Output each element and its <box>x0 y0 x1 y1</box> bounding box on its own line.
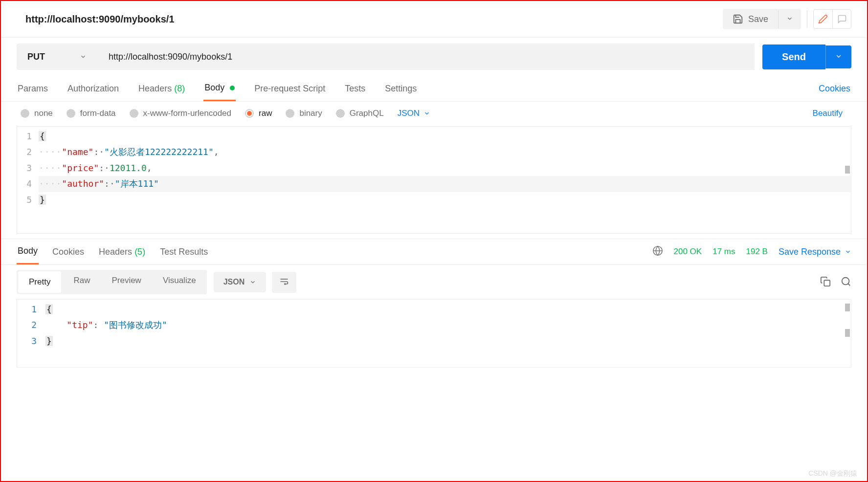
svg-rect-3 <box>824 280 830 286</box>
method-select[interactable]: PUT <box>17 44 97 70</box>
watermark: CSDN @金刚猿 <box>808 469 857 478</box>
tab-body[interactable]: Body <box>203 76 236 101</box>
body-raw[interactable]: raw <box>245 109 272 118</box>
editor-line: 3····"price":·12011.0, <box>17 160 851 176</box>
status-code: 200 OK <box>674 247 702 257</box>
body-binary[interactable]: binary <box>286 109 322 118</box>
method-label: PUT <box>27 52 45 62</box>
tab-headers[interactable]: Headers (8) <box>137 77 186 101</box>
tab-authorization[interactable]: Authorization <box>67 77 120 101</box>
save-dropdown[interactable] <box>778 10 801 28</box>
save-icon <box>733 14 743 24</box>
resp-tab-headers[interactable]: Headers (5) <box>98 240 146 264</box>
line-number: 4 <box>17 176 39 192</box>
cookies-link[interactable]: Cookies <box>818 77 851 101</box>
send-button[interactable]: Send <box>762 44 825 69</box>
line-content: ····"price":·12011.0, <box>39 160 851 176</box>
body-indicator-icon <box>230 86 235 90</box>
beautify-button[interactable]: Beautify <box>813 109 847 118</box>
line-number: 2 <box>17 317 45 333</box>
request-body-editor[interactable]: 1{2····"name":·"火影忍者122222222211",3····"… <box>17 126 851 234</box>
radio-icon <box>336 109 345 118</box>
status-time: 17 ms <box>712 247 735 257</box>
edit-button[interactable] <box>814 10 832 28</box>
svg-point-4 <box>842 277 849 285</box>
copy-button[interactable] <box>820 276 831 288</box>
mode-visualize[interactable]: Visualize <box>152 270 207 294</box>
editor-line: 5} <box>17 192 851 208</box>
body-graphql[interactable]: GraphQL <box>336 109 384 118</box>
editor-line: 4····"author":·"岸本111" <box>17 176 851 192</box>
wrap-lines-button[interactable] <box>272 272 296 293</box>
line-content: } <box>45 333 851 349</box>
request-title: http://localhost:9090/mybooks/1 <box>25 14 175 25</box>
tab-headers-label: Headers <box>138 84 172 93</box>
radio-icon <box>21 109 29 118</box>
chevron-down-icon <box>249 279 256 285</box>
mode-raw[interactable]: Raw <box>63 270 101 294</box>
line-content: } <box>39 192 851 208</box>
resp-tab-testresults[interactable]: Test Results <box>159 240 209 264</box>
chevron-down-icon <box>845 248 851 255</box>
wrap-icon <box>279 277 289 286</box>
radio-icon <box>130 109 138 118</box>
scrollbar-thumb[interactable] <box>845 304 850 311</box>
radio-icon <box>286 109 294 118</box>
line-content: ····"name":·"火影忍者122222222211", <box>39 144 851 160</box>
line-number: 3 <box>17 160 39 176</box>
line-number: 1 <box>17 302 45 317</box>
line-content: { <box>45 302 851 317</box>
line-number: 5 <box>17 192 39 208</box>
response-body-viewer[interactable]: 1{2 "tip": "图书修改成功"3} <box>17 299 851 368</box>
comment-button[interactable] <box>832 10 851 28</box>
editor-line: 1{ <box>17 302 851 317</box>
radio-icon <box>67 109 75 118</box>
tab-body-label: Body <box>204 83 224 92</box>
resp-headers-count: (5) <box>134 247 145 257</box>
resp-tab-body[interactable]: Body <box>17 239 39 264</box>
editor-line: 2····"name":·"火影忍者122222222211", <box>17 144 851 160</box>
headers-count: (8) <box>174 84 185 93</box>
editor-line: 3} <box>17 333 851 349</box>
svg-line-5 <box>848 284 850 285</box>
editor-line: 1{ <box>17 129 851 144</box>
resp-tab-cookies[interactable]: Cookies <box>51 240 85 264</box>
save-button[interactable]: Save <box>723 9 778 29</box>
scrollbar-thumb[interactable] <box>845 166 850 174</box>
body-formdata[interactable]: form-data <box>67 109 116 118</box>
line-number: 2 <box>17 144 39 160</box>
tab-tests[interactable]: Tests <box>344 77 366 101</box>
url-input[interactable]: http://localhost:9090/mybooks/1 <box>97 44 755 70</box>
tab-params[interactable]: Params <box>17 77 49 101</box>
scrollbar-thumb[interactable] <box>845 329 850 337</box>
save-response-button[interactable]: Save Response <box>779 247 851 257</box>
mode-preview[interactable]: Preview <box>101 270 152 294</box>
line-content: "tip": "图书修改成功" <box>45 317 851 333</box>
body-format-select[interactable]: JSON <box>398 109 430 118</box>
radio-icon <box>245 109 254 118</box>
line-content: ····"author":·"岸本111" <box>39 176 851 192</box>
send-dropdown[interactable] <box>825 45 851 68</box>
icon-group <box>813 9 851 29</box>
save-label: Save <box>748 14 768 24</box>
status-size: 192 B <box>746 247 767 257</box>
body-urlencoded[interactable]: x-www-form-urlencoded <box>130 109 231 118</box>
chevron-down-icon <box>80 53 87 60</box>
resp-format-select[interactable]: JSON <box>214 272 267 292</box>
chevron-down-icon <box>423 110 430 117</box>
tab-settings[interactable]: Settings <box>384 77 418 101</box>
mode-pretty[interactable]: Pretty <box>18 271 61 293</box>
line-number: 3 <box>17 333 45 349</box>
tab-prerequest[interactable]: Pre-request Script <box>253 77 326 101</box>
line-number: 1 <box>17 129 39 144</box>
body-none[interactable]: none <box>21 109 53 118</box>
editor-line: 2 "tip": "图书修改成功" <box>17 317 851 333</box>
globe-icon[interactable] <box>652 245 663 259</box>
search-button[interactable] <box>841 276 851 288</box>
line-content: { <box>39 129 851 144</box>
